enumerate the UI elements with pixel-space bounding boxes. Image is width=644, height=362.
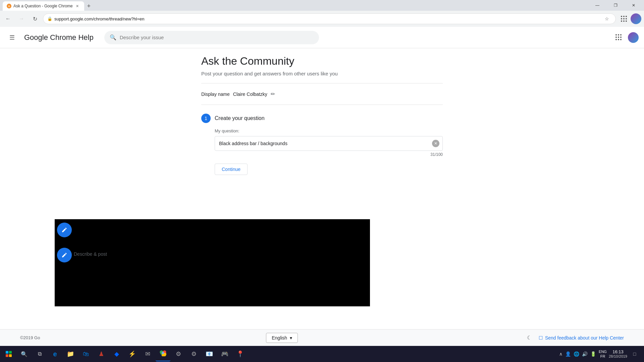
minimize-button[interactable]: — <box>590 0 605 11</box>
chrome-taskbar-button[interactable] <box>156 347 170 361</box>
settings-taskbar-button[interactable]: ⚙ <box>186 347 201 361</box>
maximize-button[interactable]: ❐ <box>608 0 623 11</box>
start-button[interactable] <box>1 347 16 361</box>
clock-date: 28/10/2019 <box>609 354 627 359</box>
steam-taskbar-button[interactable]: ⚙ <box>171 347 186 361</box>
task-view-button[interactable]: ⧉ <box>32 347 47 361</box>
step-header: 1 Create your question <box>201 114 443 123</box>
hamburger-menu-button[interactable]: ☰ <box>5 31 19 44</box>
refresh-button[interactable]: ↻ <box>30 13 40 24</box>
tab-close-btn[interactable]: ✕ <box>75 3 80 9</box>
clear-input-button[interactable]: ✕ <box>432 140 439 147</box>
title-bar: G Ask a Question - Google Chrome ✕ + — ❐… <box>0 0 644 11</box>
edit-display-name-button[interactable]: ✏ <box>271 91 275 97</box>
display-name-row: Display name Claire Colbatzky ✏ <box>201 87 443 101</box>
email-taskbar-button[interactable]: ✉ <box>140 347 155 361</box>
mail-taskbar-button[interactable]: 📧 <box>202 347 217 361</box>
language-selector[interactable]: English ▾ <box>266 333 298 343</box>
bookmark-icon[interactable]: ☆ <box>602 14 611 23</box>
mail-icon: 📧 <box>206 350 213 358</box>
google-apps-button[interactable] <box>612 31 625 44</box>
folder-icon: 📁 <box>67 350 74 358</box>
feedback-text: Send feedback about our Help Center <box>545 335 624 341</box>
float-edit-button-2[interactable] <box>57 248 72 262</box>
page-wrapper: Ask the Community Post your question and… <box>0 48 644 346</box>
app-chess-button[interactable]: ♟ <box>94 347 109 361</box>
community-subtitle: Post your question and get answers from … <box>201 71 443 76</box>
user-avatar[interactable] <box>631 13 641 24</box>
back-button[interactable]: ← <box>3 13 13 24</box>
svg-point-2 <box>162 352 164 354</box>
pencil-icon-2 <box>61 252 67 258</box>
close-button[interactable]: ✕ <box>626 0 641 11</box>
content-area: Ask the Community Post your question and… <box>195 48 449 184</box>
footer-right: ☾ ☐ Send feedback about our Help Center <box>524 333 624 343</box>
email-icon: ✉ <box>145 350 150 358</box>
question-input[interactable] <box>215 136 443 151</box>
lock-icon: 🔒 <box>47 16 52 21</box>
step-content: My question: ✕ 31/100 Continue <box>201 128 443 175</box>
system-tray: ∧ 👤 🌐 🔊 🔋 ENG FR 16:13 28/10/2019 □ <box>558 349 643 359</box>
address-bar-row: ← → ↻ 🔒 support.google.com/chrome/thread… <box>0 11 644 27</box>
store-icon: 🛍 <box>83 351 89 358</box>
steam2-taskbar-button[interactable]: 🎮 <box>217 347 232 361</box>
volume-icon[interactable]: 🔊 <box>581 351 588 357</box>
float-edit-button-1[interactable] <box>57 223 72 237</box>
app-bar: ☰ Google Chrome Help 🔍 <box>0 27 644 48</box>
edge-taskbar-button[interactable]: e <box>48 347 62 361</box>
step-number: 1 <box>201 114 211 123</box>
battery-icon[interactable]: 🔋 <box>590 351 597 357</box>
question-input-wrapper: ✕ <box>215 136 443 151</box>
divider-1 <box>201 83 443 83</box>
address-bar[interactable]: 🔒 support.google.com/chrome/thread/new?h… <box>43 13 616 24</box>
copyright-text: ©2019 Go <box>20 335 40 340</box>
app-title: Google Chrome Help <box>24 33 94 42</box>
forward-button: → <box>16 13 27 24</box>
question-label: My question: <box>215 128 443 133</box>
char-count: 31/100 <box>215 152 443 157</box>
apps-grid-icon <box>621 16 627 22</box>
task-view-icon: ⧉ <box>38 351 42 357</box>
feedback-link[interactable]: ☐ Send feedback about our Help Center <box>539 335 624 341</box>
search-taskbar-icon: 🔍 <box>21 351 28 357</box>
google-apps-icon <box>615 34 622 41</box>
show-hidden-icon[interactable]: ∧ <box>558 351 563 357</box>
step-1-section: 1 Create your question My question: ✕ 31… <box>201 108 443 180</box>
page-footer: ©2019 Go English ▾ ☾ ☐ Send feedback abo… <box>0 329 644 346</box>
search-input[interactable] <box>120 35 314 40</box>
network-icon[interactable]: 🌐 <box>573 351 580 357</box>
steam-icon: ⚙ <box>176 350 181 358</box>
dropbox-button[interactable]: ◆ <box>109 347 124 361</box>
clock-time: 16:13 <box>609 349 627 355</box>
display-name-value: Claire Colbatzky <box>233 92 267 97</box>
apps-grid-button[interactable] <box>619 13 629 24</box>
search-bar[interactable]: 🔍 <box>104 31 319 44</box>
windows-logo-icon <box>6 351 12 357</box>
chess-icon: ♟ <box>99 350 104 358</box>
store-button[interactable]: 🛍 <box>78 347 93 361</box>
clock[interactable]: 16:13 28/10/2019 <box>609 349 627 359</box>
app-lightning-button[interactable]: ⚡ <box>125 347 140 361</box>
notification-button[interactable]: □ <box>629 349 640 359</box>
edge-icon: e <box>53 350 57 358</box>
continue-button[interactable]: Continue <box>215 164 248 175</box>
maps-taskbar-button[interactable]: 📍 <box>233 347 248 361</box>
tab-favicon: G <box>7 4 11 8</box>
settings-icon: ⚙ <box>191 350 197 358</box>
active-tab[interactable]: G Ask a Question - Google Chrome ✕ <box>3 1 84 11</box>
dark-mode-button[interactable]: ☾ <box>524 333 535 343</box>
url-text: support.google.com/chrome/thread/new?hl=… <box>54 16 600 21</box>
window-controls: — ❐ ✕ <box>590 0 641 11</box>
lightning-icon: ⚡ <box>128 350 136 358</box>
user-profile-avatar[interactable] <box>628 32 639 43</box>
tray-icon-1[interactable]: 👤 <box>565 351 572 357</box>
file-explorer-button[interactable]: 📁 <box>63 347 78 361</box>
app-bar-right <box>612 31 639 44</box>
main-content: Ask the Community Post your question and… <box>0 48 644 346</box>
black-overlay <box>55 219 370 306</box>
ask-community-section: Ask the Community Post your question and… <box>201 48 443 184</box>
search-taskbar-button[interactable]: 🔍 <box>17 347 32 361</box>
new-tab-button[interactable]: + <box>84 1 94 11</box>
language-indicator[interactable]: ENG FR <box>599 349 607 359</box>
lang-eng: ENG <box>599 350 607 354</box>
